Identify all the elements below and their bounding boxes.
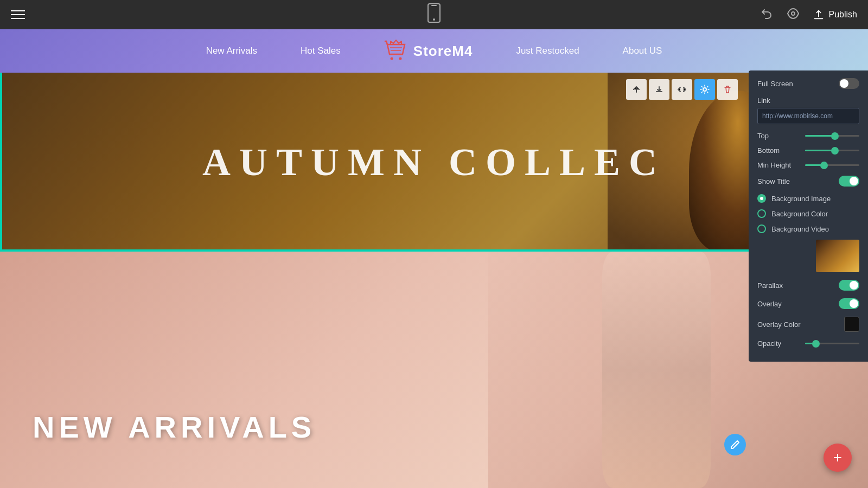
new-arrivals-title: NEW ARRIVALS [33,409,316,445]
min-height-label: Min Height [757,161,801,169]
overlay-color-row: Overlay Color [757,317,859,332]
top-slider-row: Top [757,132,859,140]
bottom-label: Bottom [757,146,801,155]
undo-icon[interactable] [761,7,774,23]
overlay-label: Overlay [757,300,782,308]
bg-thumbnail-container [757,240,859,272]
show-title-toggle[interactable] [839,176,859,187]
bg-color-radio[interactable] [757,209,766,218]
min-height-slider[interactable] [805,164,859,166]
show-title-label: Show Title [757,177,790,185]
full-screen-toggle[interactable] [839,78,859,89]
top-slider[interactable] [805,135,859,137]
nav-logo: StoreM4 [384,39,473,63]
opacity-slider[interactable] [805,343,859,344]
bottom-slider[interactable] [805,150,859,151]
hamburger-icon[interactable] [11,10,25,19]
svg-point-5 [399,57,401,60]
opacity-slider-row: Opacity [757,339,859,348]
bg-video-radio[interactable] [757,224,766,233]
opacity-label: Opacity [757,339,801,348]
svg-point-1 [433,18,435,21]
full-screen-row: Full Screen [757,78,859,89]
add-section-button[interactable]: + [824,444,852,472]
overlay-color-swatch[interactable] [844,317,859,332]
toolbar-center [427,3,441,26]
publish-label: Publish [829,10,857,20]
delete-icon[interactable] [717,79,738,100]
phone-preview-icon[interactable] [427,3,441,26]
hero-border-left [0,73,2,252]
section-edit-toolbar [626,79,738,100]
svg-point-4 [390,57,393,60]
bg-video-label: Background Video [771,225,829,233]
publish-button[interactable]: Publish [813,9,857,21]
hero-section: AUTUMN COLLEC [0,73,868,252]
bg-color-row: Background Color [757,209,859,218]
min-height-slider-row: Min Height [757,161,859,169]
hero-content: AUTUMN COLLEC [0,73,868,252]
svg-point-3 [792,12,795,15]
top-toolbar: Publish [0,0,868,29]
move-up-icon[interactable] [626,79,647,100]
show-title-row: Show Title [757,176,859,187]
nav-item-about-us[interactable]: About US [623,46,662,56]
full-screen-label: Full Screen [757,80,793,88]
hero-title: AUTUMN COLLEC [202,140,666,185]
settings-panel: Full Screen Link Top Bottom Min Height [749,70,868,362]
download-icon[interactable] [649,79,669,100]
bg-image-label: Background Image [771,195,831,203]
nav-item-hot-sales[interactable]: Hot Sales [301,46,341,56]
hero-border-bottom [0,249,868,252]
preview-icon[interactable] [787,7,800,23]
code-icon[interactable] [672,79,692,100]
bg-image-radio[interactable] [757,194,766,203]
overlay-color-label: Overlay Color [757,320,800,329]
parallax-row: Parallax [757,280,859,291]
nav-bar: New Arrivals Hot Sales StoreM4 Just Rest… [0,29,868,73]
pencil-fab-button[interactable] [724,434,746,455]
logo-text: StoreM4 [413,43,473,60]
bg-thumbnail[interactable] [816,240,859,272]
overlay-row: Overlay [757,298,859,309]
link-label: Link [757,97,770,105]
link-label-row: Link [757,97,859,105]
nav-item-just-restocked[interactable]: Just Restocked [516,46,579,56]
parallax-toggle[interactable] [839,280,859,291]
link-input[interactable] [757,108,859,124]
nav-item-new-arrivals[interactable]: New Arrivals [206,46,257,56]
toolbar-left [11,10,25,19]
bg-color-label: Background Color [771,210,828,218]
settings-active-icon[interactable] [694,79,715,100]
top-label: Top [757,132,801,140]
bg-video-row: Background Video [757,224,859,233]
bottom-slider-row: Bottom [757,146,859,155]
parallax-label: Parallax [757,281,783,290]
toolbar-right: Publish [761,7,857,23]
svg-point-8 [703,88,706,91]
overlay-toggle[interactable] [839,298,859,309]
bg-image-row: Background Image [757,194,859,203]
